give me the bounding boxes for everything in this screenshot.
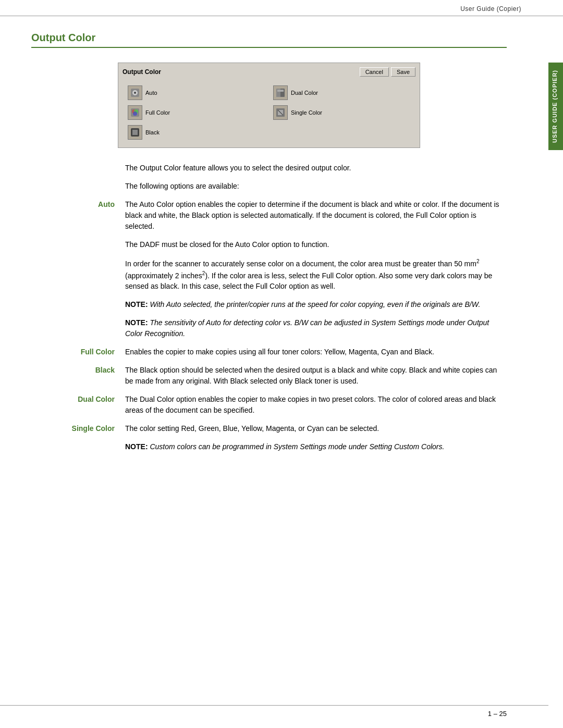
term-single-color: Single Color	[31, 423, 125, 434]
def-black: Black The Black option should be selecte…	[31, 365, 507, 387]
side-tab-label: USER GUIDE (COPIER)	[552, 70, 558, 143]
dual-color-icon	[273, 85, 288, 100]
final-note: NOTE: Custom colors can be programmed in…	[125, 441, 507, 452]
def-single-color: Single Color The color setting Red, Gree…	[31, 423, 507, 434]
def-full-color: Full Color Enables the copier to make co…	[31, 347, 507, 357]
ui-options-grid: Auto Dual Color	[123, 82, 415, 143]
desc-full-color: Enables the copier to make copies using …	[125, 347, 507, 357]
svg-point-9	[133, 112, 137, 116]
content-body: The Output Color feature allows you to s…	[31, 163, 507, 452]
cancel-button[interactable]: Cancel	[360, 67, 389, 77]
note-text-3: With Auto selected, the printer/copier r…	[150, 300, 480, 309]
full-color-icon	[128, 105, 142, 120]
def-dual-color: Dual Color The Dual Color option enables…	[31, 394, 507, 416]
single-color-label: Single Color	[291, 109, 322, 116]
black-label: Black	[145, 129, 160, 135]
note-prefix-4: NOTE:	[125, 318, 150, 327]
term-full-color: Full Color	[31, 347, 125, 357]
desc-auto: The Auto Color option enables the copier…	[125, 199, 507, 232]
intro-para1: The Output Color feature allows you to s…	[125, 163, 507, 174]
final-note-text: Custom colors can be programmed in Syste…	[150, 442, 444, 451]
page-footer: 1 – 25	[0, 705, 548, 718]
page-title: Output Color	[31, 32, 507, 48]
svg-rect-14	[132, 130, 138, 135]
term-black: Black	[31, 365, 125, 387]
full-color-label: Full Color	[145, 109, 170, 116]
page-number: 1 – 25	[488, 710, 507, 718]
auto-icon	[128, 85, 142, 100]
ui-option-black[interactable]: Black	[125, 124, 268, 141]
desc-dual-color: The Dual Color option enables the copier…	[125, 394, 507, 416]
auto-plain-note1: The DADF must be closed for the Auto Col…	[125, 239, 507, 250]
save-button[interactable]: Save	[391, 67, 415, 77]
svg-rect-5	[277, 90, 284, 92]
final-note-prefix: NOTE:	[125, 442, 150, 451]
desc-black: The Black option should be selected when…	[125, 365, 507, 387]
intro-para2: The following options are available:	[125, 181, 507, 192]
auto-label: Auto	[145, 90, 157, 96]
ui-option-dual-color[interactable]: Dual Color	[270, 84, 413, 102]
single-color-icon	[273, 105, 288, 120]
note-prefix-3: NOTE:	[125, 300, 150, 309]
header-title: User Guide (Copier)	[460, 5, 521, 13]
black-icon	[128, 125, 142, 140]
ui-panel-title: Output Color	[123, 68, 161, 76]
note-text-4: The sensitivity of Auto for detecting co…	[125, 318, 489, 338]
ui-panel-buttons: Cancel Save	[360, 67, 415, 77]
term-auto: Auto	[31, 199, 125, 232]
ui-option-auto[interactable]: Auto	[125, 84, 268, 102]
dual-color-label: Dual Color	[291, 90, 318, 96]
auto-note3: NOTE: With Auto selected, the printer/co…	[125, 299, 507, 310]
term-dual-color: Dual Color	[31, 394, 125, 416]
main-content: Output Color Output Color Cancel Save Au…	[0, 16, 548, 480]
desc-single-color: The color setting Red, Green, Blue, Yell…	[125, 423, 507, 434]
page-header: User Guide (Copier)	[0, 0, 563, 16]
ui-option-single-color[interactable]: Single Color	[270, 104, 413, 121]
auto-plain-note2: In order for the scanner to accurately s…	[125, 257, 507, 292]
def-auto: Auto The Auto Color option enables the c…	[31, 199, 507, 232]
ui-option-full-color[interactable]: Full Color	[125, 104, 268, 121]
auto-note4: NOTE: The sensitivity of Auto for detect…	[125, 317, 507, 339]
side-tab: USER GUIDE (COPIER)	[548, 63, 563, 150]
svg-point-2	[134, 92, 136, 94]
ui-panel: Output Color Cancel Save Auto	[118, 63, 420, 148]
ui-titlebar: Output Color Cancel Save	[123, 67, 415, 77]
